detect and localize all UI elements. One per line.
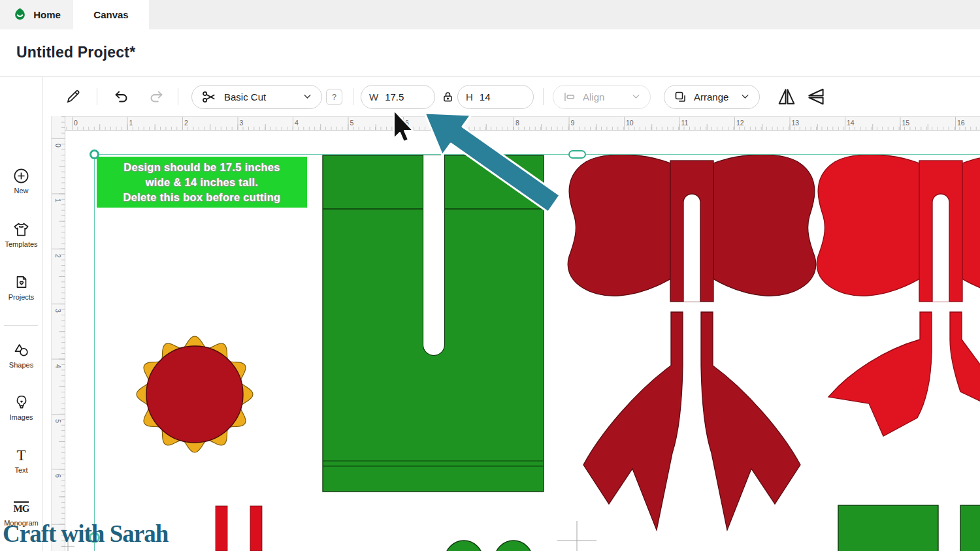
red-strip-shapes[interactable]: [216, 506, 262, 551]
plus-circle-icon: [0, 166, 42, 185]
left-sidebar: New Templates Projects Shapes: [0, 77, 43, 551]
box-slot-cutout: [423, 155, 445, 356]
notice-line: Delete this box before cutting: [123, 190, 281, 205]
notice-line: Design should be 17.5 inches: [123, 160, 280, 175]
bow-slot-cutout: [683, 194, 700, 302]
dark-red-bow-shape[interactable]: [568, 155, 816, 530]
shape-layer: [0, 0, 980, 551]
sidebar-item-templates[interactable]: Templates: [0, 219, 42, 248]
sidebar-item-label: New: [0, 187, 42, 195]
sidebar-item-label: Shapes: [0, 361, 42, 369]
notice-line: wide & 14 inches tall.: [146, 175, 259, 190]
shapes-icon: [0, 340, 42, 360]
monogram-icon: MG: [0, 498, 42, 518]
selection-box-top-edge: [95, 154, 980, 155]
sidebar-item-shapes[interactable]: Shapes: [0, 340, 42, 369]
sidebar-item-images[interactable]: Images: [0, 392, 42, 421]
sidebar-item-label: Projects: [0, 293, 42, 301]
text-icon: T: [0, 445, 42, 465]
green-circle-shapes[interactable]: [445, 541, 532, 551]
sidebar-item-projects[interactable]: Projects: [0, 272, 42, 301]
selection-box-left-edge: [94, 154, 95, 551]
selection-handle-top-left[interactable]: [90, 150, 99, 159]
selection-handle-top-middle[interactable]: [568, 150, 586, 159]
sidebar-item-new[interactable]: New: [0, 166, 42, 195]
sidebar-item-label: Text: [0, 466, 42, 474]
sidebar-item-label: Templates: [0, 240, 42, 248]
gift-box-base-shape[interactable]: [323, 155, 544, 492]
green-rectangle-shapes[interactable]: [838, 505, 980, 551]
sidebar-item-text[interactable]: T Text: [0, 445, 42, 474]
bow-slot-cutout: [932, 194, 949, 302]
sidebar-divider: [4, 325, 38, 326]
tshirt-icon: [0, 219, 42, 239]
rosette-shape[interactable]: [137, 336, 253, 452]
bright-red-bow-shape[interactable]: [817, 155, 980, 436]
lightbulb-icon: [0, 392, 42, 412]
watermark-logo: Craft with Sarah: [3, 520, 168, 548]
rosette-center-circle: [146, 346, 243, 443]
project-card-icon: [0, 272, 42, 292]
sidebar-item-label: Images: [0, 413, 42, 421]
design-notice-box[interactable]: Design should be 17.5 inches wide & 14 i…: [97, 157, 307, 208]
